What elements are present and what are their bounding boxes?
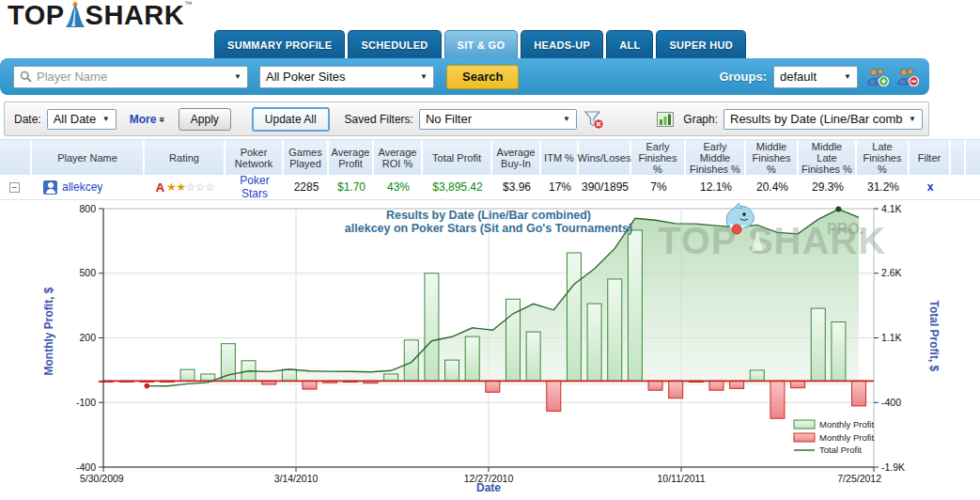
col-early-middle-finishes[interactable]: Early Middle Finishes % xyxy=(686,140,746,175)
player-name-link[interactable]: allekcey xyxy=(62,180,102,194)
chevron-down-icon: ▼ xyxy=(903,115,916,123)
graph-label: Graph: xyxy=(683,113,718,126)
date-select[interactable]: All Date ▼ xyxy=(47,109,117,130)
bar-monthly-profit xyxy=(608,279,622,381)
tab-heads-up[interactable]: HEADS-UP xyxy=(521,30,603,58)
remove-filter-x[interactable]: x xyxy=(927,180,934,194)
double-chevron-icon: » xyxy=(157,116,168,121)
table-row: − allekcey A ★★☆☆☆ Poker Stars 2285 $1.7… xyxy=(0,175,980,200)
date-value: All Date xyxy=(54,112,97,126)
svg-text:PRO.: PRO. xyxy=(827,221,863,237)
col-early-finishes[interactable]: Early Finishes % xyxy=(631,140,686,175)
topshark-logo: TOP SHARK ™ xyxy=(8,0,192,30)
chevron-down-icon: ▼ xyxy=(228,72,241,81)
col-spacer xyxy=(951,140,966,175)
col-itm[interactable]: ITM % xyxy=(541,140,579,175)
col-games-played[interactable]: Games Played xyxy=(284,140,329,175)
col-middle-late-finishes[interactable]: Middle Late Finishes % xyxy=(799,140,857,175)
col-rating[interactable]: Rating xyxy=(145,140,226,175)
bar-monthly-loss xyxy=(791,381,805,387)
col-average-buyin[interactable]: Average Buy-In xyxy=(492,140,541,175)
more-filters-toggle[interactable]: More » xyxy=(130,113,165,126)
bar-monthly-loss xyxy=(669,381,683,398)
svg-text:Total Profit: Total Profit xyxy=(819,445,862,455)
groups-label: Groups: xyxy=(719,70,767,84)
chevron-down-icon: ▼ xyxy=(97,115,110,123)
svg-text:-100: -100 xyxy=(76,397,96,408)
bar-monthly-loss xyxy=(303,381,317,389)
col-total-profit[interactable]: Total Profit xyxy=(423,140,492,175)
bar-monthly-profit xyxy=(282,369,296,381)
middle-finishes-value: 20.4% xyxy=(746,175,799,199)
date-label: Date: xyxy=(14,113,41,126)
poker-sites-value: All Poker Sites xyxy=(266,70,346,84)
groups-value: default xyxy=(780,70,817,84)
bar-monthly-loss xyxy=(709,381,723,390)
bar-monthly-profit xyxy=(404,340,418,382)
tab-all[interactable]: ALL xyxy=(606,30,653,58)
bar-monthly-profit xyxy=(201,374,215,381)
col-player-name[interactable]: Player Name xyxy=(32,140,145,175)
tab-scheduled[interactable]: SCHEDULED xyxy=(348,30,441,58)
col-late-finishes[interactable]: Late Finishes % xyxy=(857,140,910,175)
early-middle-finishes-value: 12.1% xyxy=(686,175,746,199)
add-group-icon[interactable] xyxy=(865,67,890,87)
early-finishes-value: 7% xyxy=(631,175,686,199)
shark-fin-icon xyxy=(63,1,87,29)
clear-filter-icon[interactable] xyxy=(583,108,605,131)
col-poker-network[interactable]: Poker Network xyxy=(226,140,284,175)
update-all-button[interactable]: Update All xyxy=(252,107,330,132)
rating-cell: A ★★☆☆☆ xyxy=(145,175,226,199)
results-chart-svg: TOP SHARKPRO.800500200-100-4004.1K2.6K1.… xyxy=(0,202,980,500)
graph-type-select[interactable]: Results by Date (Line/Bar combined) ▼ xyxy=(723,109,923,130)
line-end-marker xyxy=(835,206,841,211)
apply-button[interactable]: Apply xyxy=(179,108,231,131)
bar-monthly-profit xyxy=(526,332,540,381)
wins-loses-value: 390/1895 xyxy=(579,175,631,199)
graph-icon xyxy=(657,112,674,127)
player-name-placeholder: Player Name xyxy=(37,70,107,84)
y-right-axis-label: Total Profit, $ xyxy=(927,301,941,372)
svg-text:Monthly Profit: Monthly Profit xyxy=(819,419,874,430)
search-icon xyxy=(20,70,32,83)
bar-monthly-loss xyxy=(730,381,744,388)
average-buyin-value: $3.96 xyxy=(492,175,541,199)
col-spacer xyxy=(966,140,980,175)
svg-text:-400: -400 xyxy=(881,397,901,408)
collapse-row-button[interactable]: − xyxy=(9,182,20,193)
svg-text:10/11/2011: 10/11/2011 xyxy=(658,473,706,484)
games-played-value: 2285 xyxy=(284,175,329,199)
tab-super-hud[interactable]: SUPER HUD xyxy=(656,30,746,58)
tab-sit-and-go[interactable]: SIT & GO xyxy=(444,30,519,58)
middle-late-finishes-value: 29.3% xyxy=(799,175,857,199)
poker-sites-select[interactable]: All Poker Sites ▼ xyxy=(259,66,434,88)
groups-select[interactable]: default ▼ xyxy=(773,66,858,88)
col-average-roi[interactable]: Average ROI % xyxy=(374,140,423,175)
svg-text:2.6K: 2.6K xyxy=(881,267,902,278)
bar-monthly-loss xyxy=(648,381,662,390)
chart-title: Results by Date (Line/Bar combined) xyxy=(386,209,591,222)
svg-text:4.1K: 4.1K xyxy=(881,203,902,214)
svg-text:200: 200 xyxy=(79,332,96,343)
svg-text:-1.9K: -1.9K xyxy=(881,461,905,473)
col-wins-loses[interactable]: Wins/Loses xyxy=(579,140,631,175)
bar-monthly-profit xyxy=(628,230,642,381)
results-chart: TOP SHARKPRO.800500200-100-4004.1K2.6K1.… xyxy=(0,202,980,500)
chart-subtitle: allekcey on Poker Stars (Sit and Go's To… xyxy=(345,222,632,235)
tab-summary-profile[interactable]: SUMMARY PROFILE xyxy=(214,30,345,58)
remove-group-icon[interactable] xyxy=(895,67,920,87)
bar-monthly-profit xyxy=(811,308,825,381)
saved-filters-select[interactable]: No Filter ▼ xyxy=(419,109,577,130)
bar-monthly-profit xyxy=(750,370,764,381)
col-middle-finishes[interactable]: Middle Finishes % xyxy=(746,140,799,175)
search-button[interactable]: Search xyxy=(446,65,519,89)
svg-text:7/25/2012: 7/25/2012 xyxy=(837,473,881,484)
svg-text:-400: -400 xyxy=(76,461,96,473)
network-link[interactable]: Poker Stars xyxy=(227,174,282,200)
table-header: Player Name Rating Poker Network Games P… xyxy=(0,139,980,175)
filter-bar: Date: All Date ▼ More » Apply Update All… xyxy=(4,102,929,136)
col-average-profit[interactable]: Average Profit xyxy=(329,140,374,175)
player-name-combo[interactable]: Player Name ▼ xyxy=(13,66,248,88)
filled-stars: ★★ xyxy=(166,180,186,194)
svg-text:500: 500 xyxy=(79,267,96,278)
